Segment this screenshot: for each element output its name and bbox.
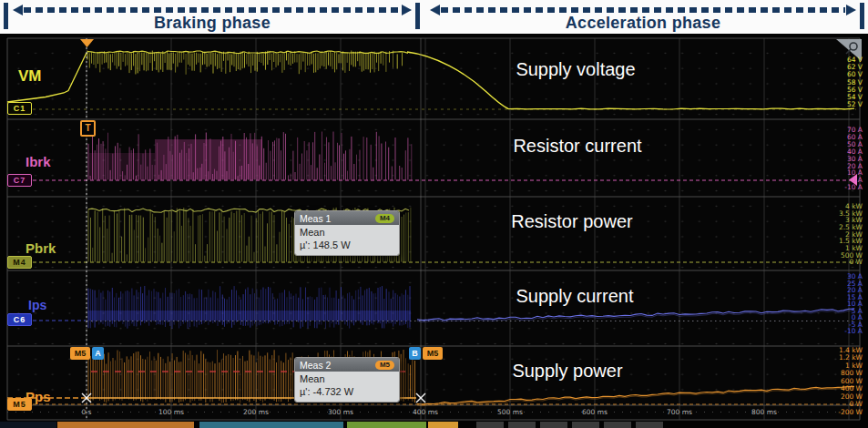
scale-label-ibrk: -10 A <box>844 184 863 191</box>
bottom-menu-button[interactable] <box>508 422 536 428</box>
meas2-body: Mean µ': -4.732 W <box>295 372 399 402</box>
m5-badge-left[interactable]: M5 <box>70 347 90 360</box>
scale-label-vm: 52 V <box>847 101 863 108</box>
meas1-source-badge: M4 <box>375 214 394 223</box>
time-tick-label: 400 ms <box>413 408 438 416</box>
time-tick-label: 300 ms <box>328 408 353 416</box>
bottom-menu-button[interactable] <box>57 422 194 428</box>
scale-label-pps: 0 W <box>849 401 863 408</box>
time-tick-label: 0 s <box>81 408 91 416</box>
meas1-box[interactable]: Meas 1 M4 Mean µ': 148.5 W <box>294 210 400 256</box>
annotation-supply-power: Supply power <box>512 361 622 382</box>
scale-label-ips: -10 A <box>844 328 863 335</box>
trigger-badge[interactable]: T <box>80 120 96 137</box>
banner-divider-right <box>860 3 864 29</box>
meas2-box[interactable]: Meas 2 M5 Mean µ': -4.732 W <box>294 357 400 403</box>
time-tick-label: 500 ms <box>497 408 523 416</box>
annotation-supply-current: Supply current <box>516 286 634 307</box>
time-tick-label: 100 ms <box>158 408 184 416</box>
time-tick-label: 200 ms <box>243 408 269 416</box>
meas1-body: Mean µ': 148.5 W <box>295 225 399 255</box>
trace-label-pps: Pps <box>26 389 51 404</box>
meas2-source-badge: M5 <box>375 361 394 370</box>
cursor-a-badge[interactable]: A <box>92 347 104 360</box>
trace-label-ibrk: Ibrk <box>26 154 51 169</box>
bottom-menu-button[interactable] <box>347 422 426 428</box>
braking-phase-section: Braking phase <box>13 0 412 34</box>
braking-phase-label: Braking phase <box>13 14 412 33</box>
bottom-menu-button[interactable] <box>199 422 343 428</box>
scale-label-pbrk: 0 W <box>849 259 863 266</box>
bottom-menu-button[interactable] <box>636 422 663 428</box>
trace-label-ips: Ips <box>28 298 46 312</box>
bottom-menu-button[interactable] <box>540 422 567 428</box>
bottom-menu-button[interactable] <box>428 422 458 428</box>
banner-divider-middle <box>415 3 420 29</box>
meas2-value: µ': -4.732 W <box>300 385 394 398</box>
dashed-arrow-line <box>24 7 401 13</box>
bottom-menu-button[interactable] <box>0 422 56 428</box>
trace-label-pbrk: Pbrk <box>26 240 56 256</box>
annotation-supply-voltage: Supply voltage <box>516 59 635 80</box>
annotation-resistor-current: Resistor current <box>513 136 641 157</box>
meas2-title: Meas 2 <box>300 360 331 371</box>
channel-badge-m4[interactable]: M4 <box>7 256 32 269</box>
scale-label-pps: -200 W <box>838 409 863 416</box>
graticule <box>7 38 860 420</box>
meas1-value: µ': 148.5 W <box>300 239 394 251</box>
meas2-stat: Mean <box>300 372 394 385</box>
banner-divider-left <box>4 3 8 29</box>
channel-badge-c1[interactable]: C1 <box>7 102 32 115</box>
oscilloscope-screenshot: Braking phase Acceleration phase T C1 C7… <box>0 0 868 428</box>
trace-label-vm: VM <box>18 67 42 86</box>
meas1-title: Meas 1 <box>300 213 331 224</box>
bottom-menu-button[interactable] <box>572 422 599 428</box>
dashed-arrow-line <box>441 7 845 13</box>
time-tick-label: 800 ms <box>751 408 777 416</box>
channel-badge-c6[interactable]: C6 <box>7 313 32 326</box>
phase-banner: Braking phase Acceleration phase <box>0 0 868 34</box>
meas1-header[interactable]: Meas 1 M4 <box>295 211 399 225</box>
time-tick-label: 700 ms <box>667 408 692 416</box>
meas2-header[interactable]: Meas 2 M5 <box>295 358 399 372</box>
bottom-menu-button[interactable] <box>604 422 631 428</box>
acceleration-phase-section: Acceleration phase <box>430 0 856 34</box>
bottom-menu-button[interactable] <box>476 422 504 428</box>
annotation-resistor-power: Resistor power <box>511 211 632 232</box>
m5-badge-right[interactable]: M5 <box>423 347 443 360</box>
channel-badge-c7[interactable]: C7 <box>7 174 32 187</box>
acceleration-phase-label: Acceleration phase <box>430 14 856 33</box>
meas1-stat: Mean <box>300 226 394 239</box>
time-tick-label: 600 ms <box>582 408 608 416</box>
cursor-b-badge[interactable]: B <box>409 347 421 360</box>
